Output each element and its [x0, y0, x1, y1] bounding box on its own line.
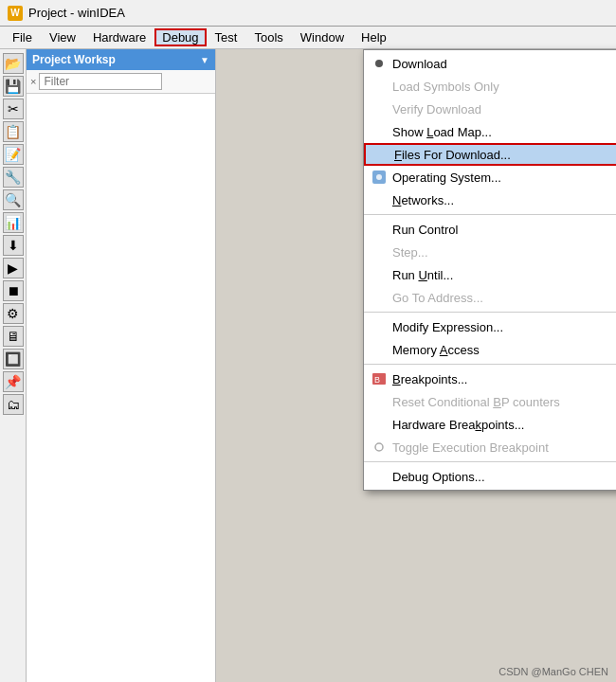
svg-point-5	[375, 443, 383, 451]
menu-show-load-map-label: Show Load Map...	[392, 125, 616, 139]
menu-help[interactable]: Help	[353, 27, 395, 47]
tb-btn-2[interactable]: 💾	[3, 76, 24, 97]
menu-go-to-address-label: Go To Address...	[392, 291, 616, 305]
menu-file[interactable]: File	[4, 27, 41, 47]
menu-show-load-map[interactable]: Show Load Map...	[364, 120, 616, 143]
menu-go-to-address: Go To Address...	[364, 286, 616, 309]
menu-verify-download-label: Verify Download	[392, 102, 616, 117]
tb-btn-9[interactable]: ⬇	[3, 235, 24, 256]
menu-memory-access-label: Memory Access	[392, 343, 616, 357]
sep-2	[364, 312, 616, 313]
menu-breakpoints-label: Breakpoints...	[392, 372, 616, 386]
menu-window[interactable]: Window	[292, 27, 353, 47]
tb-btn-16[interactable]: 🗂	[3, 394, 24, 415]
menu-debug-options[interactable]: Debug Options...	[364, 465, 616, 488]
tb-btn-10[interactable]: ▶	[3, 258, 24, 278]
menu-run-control-label: Run Control	[392, 223, 616, 237]
tb-btn-3[interactable]: ✂	[3, 99, 24, 119]
menu-test[interactable]: Test	[207, 27, 246, 47]
tb-btn-5[interactable]: 📝	[3, 144, 24, 165]
tb-btn-13[interactable]: 🖥	[3, 326, 24, 347]
menu-reset-conditional: Reset Conditional BP counters	[364, 390, 616, 413]
menu-files-for-download[interactable]: Files For Download...	[364, 143, 616, 166]
tb-btn-1[interactable]: 📂	[3, 53, 24, 74]
menu-reset-conditional-label: Reset Conditional BP counters	[392, 395, 616, 409]
sidebar-title: Project Worksp	[32, 53, 116, 66]
tb-btn-7[interactable]: 🔍	[3, 189, 24, 210]
sidebar-header: Project Worksp ▼	[27, 49, 215, 70]
content-area: 1 2 Download Ctrl+F3 Load Symbols Only V…	[216, 49, 616, 682]
tb-btn-11[interactable]: ⏹	[3, 280, 24, 301]
menu-step: Step...	[364, 241, 616, 263]
title-bar: W Project - winIDEA	[0, 0, 616, 27]
sep-4	[364, 461, 616, 462]
menu-networks-label: Networks...	[392, 193, 616, 207]
sidebar: Project Worksp ▼ ×	[27, 49, 216, 682]
download-bullet-icon	[370, 54, 389, 73]
operating-system-icon	[370, 168, 389, 187]
menu-load-symbols-only: Load Symbols Only	[364, 75, 616, 98]
tb-btn-8[interactable]: 📊	[3, 212, 24, 233]
menu-debug[interactable]: Debug	[154, 28, 206, 46]
menu-debug-options-label: Debug Options...	[392, 470, 616, 484]
sidebar-dropdown-arrow[interactable]: ▼	[200, 55, 209, 65]
toolbar-left: 📂 💾 ✂ 📋 📝 🔧 🔍 📊 ⬇ ▶ ⏹ ⚙ 🖥 🔲 📌 🗂	[0, 49, 27, 682]
tb-btn-12[interactable]: ⚙	[3, 303, 24, 324]
menu-networks[interactable]: Networks...	[364, 188, 616, 211]
sidebar-content	[27, 94, 215, 682]
main-area: 📂 💾 ✂ 📋 📝 🔧 🔍 📊 ⬇ ▶ ⏹ ⚙ 🖥 🔲 📌 🗂 Project …	[0, 49, 616, 682]
menu-modify-expression-label: Modify Expression...	[392, 320, 616, 334]
menu-hardware[interactable]: Hardware	[84, 27, 154, 47]
breakpoints-icon: B	[370, 369, 389, 388]
menu-view[interactable]: View	[41, 27, 84, 47]
menu-files-for-download-label: Files For Download...	[394, 148, 616, 162]
toggle-execution-icon	[370, 438, 389, 457]
menu-verify-download: Verify Download	[364, 98, 616, 120]
sidebar-filter-close[interactable]: ×	[30, 76, 36, 87]
menu-run-control[interactable]: Run Control ▶	[364, 218, 616, 241]
menu-operating-system-label: Operating System...	[392, 170, 616, 185]
title-bar-text: Project - winIDEA	[28, 6, 125, 20]
menu-load-symbols-only-label: Load Symbols Only	[392, 80, 616, 94]
menu-memory-access[interactable]: Memory Access ▶	[364, 338, 616, 361]
svg-text:B: B	[374, 375, 380, 385]
menu-toggle-execution-label: Toggle Execution Breakpoint	[392, 440, 616, 455]
menu-download[interactable]: Download Ctrl+F3	[364, 52, 616, 75]
menu-tools[interactable]: Tools	[245, 27, 291, 47]
tb-btn-6[interactable]: 🔧	[3, 167, 24, 188]
sep-1	[364, 214, 616, 215]
menu-breakpoints[interactable]: B Breakpoints... Alt+F9	[364, 368, 616, 390]
sidebar-filter-row: ×	[27, 70, 215, 94]
menu-bar: File View Hardware Debug Test Tools Wind…	[0, 27, 616, 49]
sep-3	[364, 364, 616, 365]
svg-point-2	[376, 174, 382, 180]
menu-step-label: Step...	[392, 245, 616, 260]
menu-download-label: Download	[392, 57, 616, 71]
menu-toggle-execution: Toggle Execution Breakpoint F9	[364, 436, 616, 458]
menu-modify-expression[interactable]: Modify Expression... Ctrl+M	[364, 315, 616, 338]
svg-point-0	[375, 60, 383, 67]
menu-run-until-label: Run Until...	[392, 268, 616, 282]
dropdown-menu: Download Ctrl+F3 Load Symbols Only Verif…	[363, 49, 616, 491]
sidebar-filter-input[interactable]	[39, 73, 162, 90]
menu-hardware-breakpoints-label: Hardware Breakpoints...	[392, 418, 616, 432]
menu-operating-system[interactable]: Operating System...	[364, 166, 616, 188]
menu-run-until[interactable]: Run Until...	[364, 263, 616, 286]
tb-btn-4[interactable]: 📋	[3, 121, 24, 142]
watermark: CSDN @ManGo CHEN	[498, 666, 608, 677]
tb-btn-14[interactable]: 🔲	[3, 349, 24, 369]
tb-btn-15[interactable]: 📌	[3, 371, 24, 392]
app-icon: W	[8, 6, 23, 21]
menu-hardware-breakpoints[interactable]: Hardware Breakpoints...	[364, 413, 616, 436]
